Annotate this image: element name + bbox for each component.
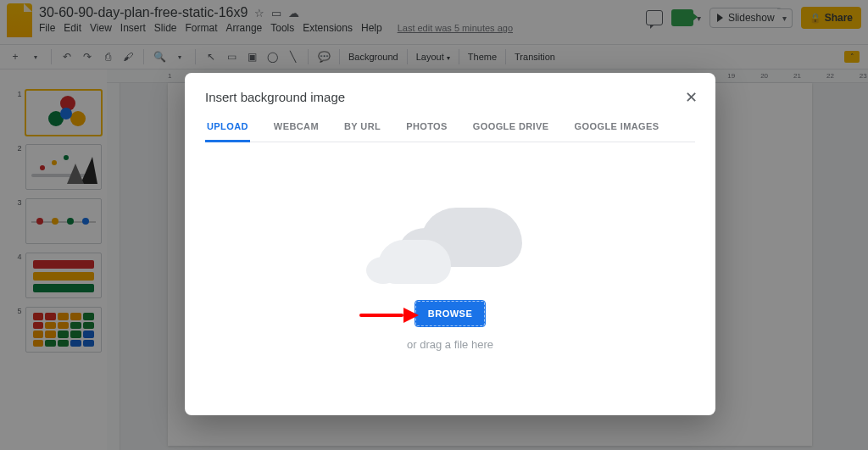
drag-file-hint: or drag a file here: [407, 338, 493, 351]
dialog-body-dropzone[interactable]: BROWSE or drag a file here: [205, 142, 695, 415]
cloud-upload-icon: [378, 208, 522, 284]
tab-by-url[interactable]: BY URL: [342, 121, 382, 142]
browse-button[interactable]: BROWSE: [415, 301, 486, 326]
dialog-tabs: UPLOAD WEBCAM BY URL PHOTOS GOOGLE DRIVE…: [205, 121, 695, 142]
tab-photos[interactable]: PHOTOS: [404, 121, 449, 142]
dialog-title: Insert background image: [205, 90, 695, 104]
tab-webcam[interactable]: WEBCAM: [272, 121, 320, 142]
close-icon[interactable]: ✕: [682, 88, 700, 107]
insert-background-image-dialog: Insert background image ✕ UPLOAD WEBCAM …: [185, 73, 715, 415]
tab-google-drive[interactable]: GOOGLE DRIVE: [471, 121, 551, 142]
tab-upload[interactable]: UPLOAD: [205, 121, 250, 142]
tab-google-images[interactable]: GOOGLE IMAGES: [573, 121, 661, 142]
